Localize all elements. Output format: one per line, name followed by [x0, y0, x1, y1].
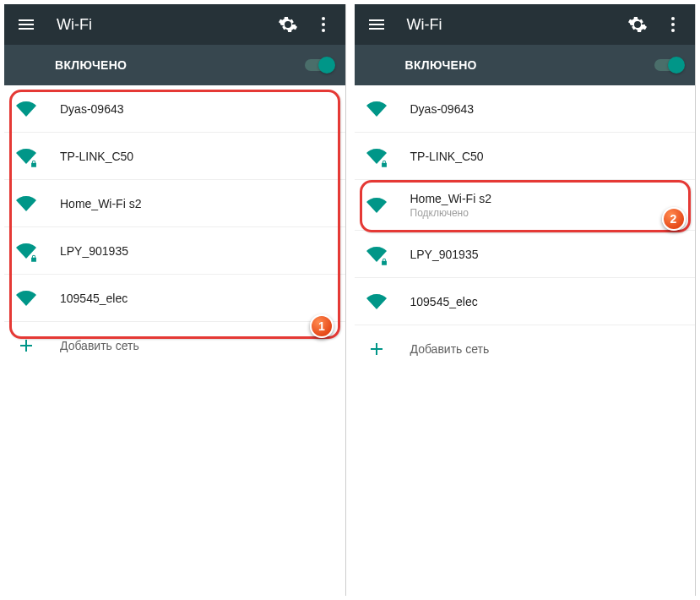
wifi-toggle-bar[interactable]: ВКЛЮЧЕНО — [4, 45, 345, 85]
svg-point-2 — [322, 29, 325, 32]
wifi-signal-icon — [16, 146, 36, 166]
lock-icon — [30, 160, 38, 168]
network-name: Dyas-09643 — [60, 102, 124, 116]
network-row[interactable]: Home_Wi-Fi s2 — [4, 180, 345, 227]
wifi-signal-icon — [16, 241, 36, 261]
wifi-switch[interactable] — [654, 59, 683, 71]
wifi-signal-icon — [366, 195, 387, 215]
appbar-title: Wi-Fi — [57, 16, 278, 34]
wifi-signal-icon — [16, 194, 36, 214]
svg-point-5 — [671, 29, 675, 32]
svg-point-1 — [322, 23, 325, 26]
network-list: Dyas-09643 TP-LINK_C50 Home_Wi-Fi s2 LPY… — [4, 85, 345, 369]
phone-left: Wi-Fi ВКЛЮЧЕНО Dyas-09643 TP-LINK_C50 — [4, 4, 346, 596]
add-network-label: Добавить сеть — [60, 339, 139, 352]
hamburger-icon[interactable] — [366, 14, 387, 35]
wifi-toggle-bar[interactable]: ВКЛЮЧЕНО — [355, 45, 696, 85]
hamburger-icon[interactable] — [16, 14, 36, 35]
wifi-signal-icon — [366, 292, 387, 312]
svg-point-4 — [671, 23, 675, 26]
network-row[interactable]: 109545_elec — [4, 275, 345, 322]
phone-right: Wi-Fi ВКЛЮЧЕНО Dyas-09643 TP-LINK_C50 — [355, 4, 697, 596]
network-row[interactable]: TP-LINK_C50 — [4, 133, 345, 180]
network-row[interactable]: LPY_901935 — [355, 231, 696, 278]
add-network-row[interactable]: Добавить сеть — [4, 322, 345, 369]
more-icon[interactable] — [663, 14, 683, 35]
appbar-title: Wi-Fi — [407, 16, 628, 34]
appbar: Wi-Fi — [355, 4, 696, 45]
plus-icon — [366, 339, 387, 359]
gear-icon[interactable] — [278, 14, 298, 35]
network-name: Dyas-09643 — [410, 102, 475, 116]
network-name: Home_Wi-Fi s2 — [410, 192, 491, 205]
network-name: TP-LINK_C50 — [410, 150, 484, 163]
network-status: Подключено — [410, 207, 491, 219]
network-row-connected[interactable]: Home_Wi-Fi s2 Подключено — [355, 180, 696, 231]
lock-icon — [30, 254, 38, 263]
add-network-label: Добавить сеть — [410, 342, 490, 356]
wifi-switch[interactable] — [305, 59, 334, 71]
wifi-signal-icon — [16, 288, 36, 308]
plus-icon — [16, 335, 36, 356]
wifi-signal-icon — [366, 244, 387, 265]
wifi-signal-icon — [16, 99, 36, 119]
network-name: TP-LINK_C50 — [60, 150, 133, 163]
wifi-signal-icon — [366, 99, 387, 119]
network-name: LPY_901935 — [410, 248, 479, 261]
network-list: Dyas-09643 TP-LINK_C50 Home_Wi-Fi s2 Под… — [355, 85, 696, 373]
network-row[interactable]: LPY_901935 — [4, 227, 345, 275]
network-name: 109545_elec — [410, 295, 478, 308]
network-name: LPY_901935 — [60, 244, 128, 258]
lock-icon — [380, 160, 388, 168]
toggle-label: ВКЛЮЧЕНО — [55, 58, 127, 72]
annotation-badge-1: 1 — [310, 314, 334, 338]
network-row[interactable]: Dyas-09643 — [4, 85, 345, 133]
wifi-signal-icon — [366, 146, 387, 166]
network-row[interactable]: TP-LINK_C50 — [355, 133, 696, 180]
network-name: Home_Wi-Fi s2 — [60, 197, 141, 210]
add-network-row[interactable]: Добавить сеть — [355, 325, 696, 373]
toggle-label: ВКЛЮЧЕНО — [405, 58, 477, 72]
svg-point-0 — [322, 17, 325, 20]
annotation-badge-2: 2 — [662, 207, 686, 231]
network-name: 109545_elec — [60, 292, 128, 305]
network-row[interactable]: Dyas-09643 — [355, 85, 696, 133]
appbar: Wi-Fi — [4, 4, 345, 45]
more-icon[interactable] — [313, 14, 334, 35]
gear-icon[interactable] — [627, 14, 648, 35]
svg-point-3 — [671, 17, 675, 20]
network-row[interactable]: 109545_elec — [355, 278, 696, 325]
lock-icon — [380, 258, 388, 266]
